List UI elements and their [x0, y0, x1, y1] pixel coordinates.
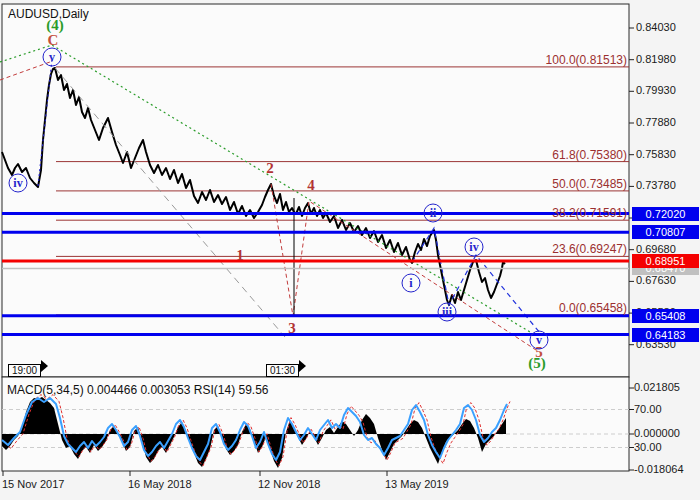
- price-badge-0.64183: 0.64183: [632, 328, 699, 342]
- wave-label-v[interactable]: v: [43, 48, 62, 67]
- wave-label-iv[interactable]: iv: [465, 238, 484, 257]
- price-axis-label: 0.73780: [636, 179, 676, 191]
- wave-label-3[interactable]: 3: [288, 320, 296, 337]
- wave-label-i[interactable]: i: [402, 274, 421, 293]
- price-axis-label: 0.69680: [636, 243, 676, 255]
- wave-label-iv[interactable]: iv: [9, 174, 28, 193]
- fib-level-label: 50.0(0.73485): [552, 177, 627, 191]
- price-axis-label: 0.84030: [636, 21, 676, 33]
- wave-label-1[interactable]: 1: [236, 247, 244, 264]
- price-axis-label: 0.75830: [636, 148, 676, 160]
- date-label-1: 15 Nov 2017: [2, 478, 64, 490]
- wave-label-2[interactable]: 2: [266, 160, 274, 177]
- price-axis-label: 0.77880: [636, 116, 676, 128]
- time-tag-2-label: 01:30: [266, 364, 299, 377]
- price-badge-0.68951: 0.68951: [632, 254, 699, 268]
- wave-label-5[interactable]: (5): [528, 355, 546, 372]
- fib-level-label: 61.8(0.75380): [552, 148, 627, 162]
- macd-axis-label: 0.021805: [634, 381, 680, 393]
- chart-window: AUDUSD,Daily MACD(5,34,5) 0.004466 0.003…: [0, 0, 700, 500]
- date-label-4: 13 May 2019: [385, 478, 449, 490]
- wave-label-v[interactable]: v: [530, 331, 549, 350]
- fib-level-label: 0.0(0.65458): [559, 301, 627, 315]
- price-axis-label: 0.67630: [636, 274, 676, 286]
- wave-label-4[interactable]: 4: [307, 177, 315, 194]
- wave-label-C[interactable]: C: [48, 32, 59, 49]
- price-axis-label: 0.81980: [636, 53, 676, 65]
- macd-indicator-label: MACD(5,34,5) 0.004466 0.003053 RSI(14) 5…: [7, 383, 269, 397]
- macd-axis-label: -0.018064: [634, 463, 684, 475]
- price-badge-0.70807: 0.70807: [632, 225, 699, 239]
- price-badge-0.72020: 0.72020: [632, 207, 699, 221]
- fib-level-label: 23.6(0.69247): [552, 242, 627, 256]
- price-badge-0.65408: 0.65408: [632, 309, 699, 323]
- fib-level-label: 100.0(0.81513): [546, 53, 627, 67]
- macd-axis-label: 70.00: [634, 403, 662, 415]
- date-label-3: 12 Nov 2018: [258, 478, 320, 490]
- price-axis-label: 0.79930: [636, 84, 676, 96]
- time-tag-1-label: 19:00: [8, 364, 41, 377]
- time-tag-arrow-icon: [299, 360, 306, 372]
- macd-axis-label: 30.00: [634, 441, 662, 453]
- time-tag-1[interactable]: 19:00: [8, 360, 41, 373]
- time-tag-arrow-icon: [41, 360, 48, 372]
- time-tag-2[interactable]: 01:30: [266, 360, 299, 373]
- wave-label-ii[interactable]: ii: [424, 204, 443, 223]
- date-label-2: 16 May 2018: [128, 478, 192, 490]
- macd-axis-label: 0.000000: [634, 427, 680, 439]
- wave-label-iii[interactable]: iii: [438, 303, 457, 322]
- fib-level-label: 38.2(0.71591): [552, 206, 627, 220]
